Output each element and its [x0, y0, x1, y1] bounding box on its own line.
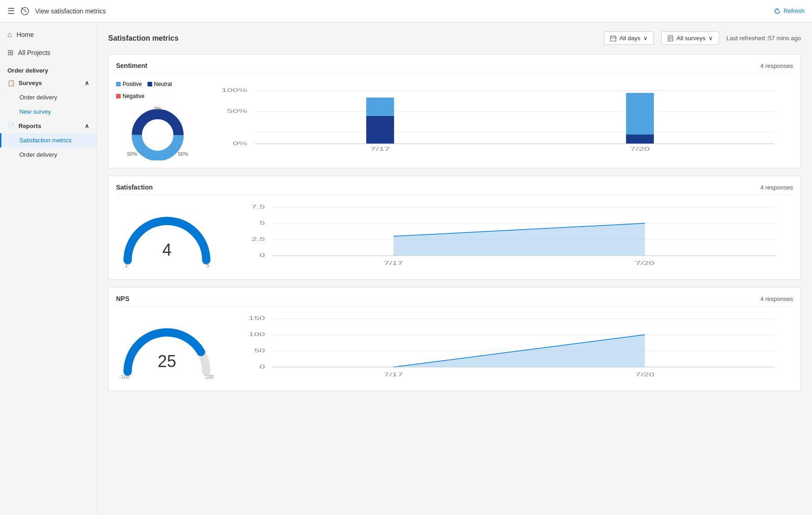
legend-negative: Negative	[116, 93, 144, 99]
sentiment-bar-svg: 100% 50% 0% 7/17 7/20	[218, 86, 793, 155]
satisfaction-gauge-svg: 4 1 5	[116, 207, 218, 267]
svg-text:0: 0	[259, 364, 265, 369]
nps-card-body: 25 -100 100 150	[116, 314, 793, 383]
svg-text:2.5: 2.5	[251, 236, 265, 242]
refresh-button[interactable]: Refresh	[774, 7, 805, 14]
nps-responses: 4 responses	[760, 295, 793, 302]
svg-rect-14	[366, 98, 394, 116]
sentiment-title: Sentiment	[116, 62, 148, 69]
sentiment-legend: Positive Neutral Negative	[116, 81, 199, 99]
svg-text:4: 4	[162, 240, 172, 259]
svg-text:-100: -100	[119, 374, 129, 379]
legend-positive: Positive	[116, 81, 142, 87]
menu-icon[interactable]: ☰	[7, 6, 15, 16]
svg-point-5	[142, 119, 173, 151]
donut-label-right: 50%	[178, 151, 188, 157]
svg-rect-15	[626, 135, 654, 144]
svg-text:0%: 0%	[233, 141, 247, 147]
svg-text:7/20: 7/20	[635, 260, 655, 266]
svg-text:5: 5	[206, 262, 209, 267]
svg-text:7/17: 7/17	[370, 146, 390, 152]
satisfaction-responses: 4 responses	[760, 184, 793, 191]
sidebar: ⌂ Home ⊞ All Projects Order delivery 📋 S…	[0, 22, 97, 515]
surveys-icon: 📋	[7, 80, 15, 86]
svg-text:100: 100	[249, 331, 265, 337]
legend-dot-positive	[116, 82, 121, 86]
svg-marker-31	[394, 223, 645, 256]
chevron-down-icon-2: ∨	[708, 35, 713, 42]
satisfaction-card-header: Satisfaction 4 responses	[116, 184, 793, 195]
nps-area-chart: 150 100 50 0 7/17 7/20	[236, 314, 793, 383]
sidebar-reports-group[interactable]: 📄 Reports ∧	[0, 119, 97, 133]
svg-text:25: 25	[158, 352, 176, 371]
content-header: Satisfaction metrics All days ∨ All surv…	[108, 31, 801, 45]
calendar-icon	[610, 35, 616, 42]
nps-card-header: NPS 4 responses	[116, 295, 793, 307]
sidebar-surveys-group[interactable]: 📋 Surveys ∧	[0, 76, 97, 90]
svg-rect-13	[366, 116, 394, 144]
satisfaction-card: Satisfaction 4 responses 4 1 5	[108, 176, 801, 280]
sidebar-item-order-delivery-survey[interactable]: Order delivery	[0, 90, 97, 104]
sentiment-donut: Positive Neutral Negative	[116, 81, 199, 160]
svg-text:1: 1	[125, 262, 128, 267]
nps-gauge-svg: 25 -100 100	[116, 319, 218, 379]
sentiment-card-header: Sentiment 4 responses	[116, 62, 793, 74]
page-title: Satisfaction metrics	[108, 34, 597, 43]
nps-title: NPS	[116, 295, 129, 302]
filter-all-surveys[interactable]: All surveys ∨	[661, 31, 719, 45]
svg-text:7/17: 7/17	[384, 372, 403, 377]
sidebar-item-satisfaction-metrics[interactable]: Satisfaction metrics	[0, 133, 97, 147]
svg-rect-1	[610, 36, 616, 41]
history-icon	[20, 6, 30, 16]
nps-card: NPS 4 responses 25 -100 100	[108, 287, 801, 391]
sentiment-bar-chart: 100% 50% 0% 7/17 7/20	[218, 86, 793, 155]
chevron-down-icon: ∨	[643, 35, 648, 42]
legend-neutral: Neutral	[148, 81, 172, 87]
reports-collapse-icon: ∧	[85, 123, 89, 129]
sidebar-item-order-delivery-report[interactable]: Order delivery	[0, 147, 97, 162]
last-refreshed: Last refreshed :57 mins ago	[726, 35, 801, 42]
donut-wrapper: 0% 50% 50%	[125, 105, 190, 160]
nps-area-svg: 150 100 50 0 7/17 7/20	[236, 314, 793, 383]
satisfaction-title: Satisfaction	[116, 184, 153, 191]
main-content: Satisfaction metrics All days ∨ All surv…	[97, 22, 812, 515]
svg-text:50: 50	[254, 348, 265, 353]
svg-text:7/17: 7/17	[384, 260, 403, 266]
home-icon: ⌂	[7, 31, 12, 39]
legend-dot-negative	[116, 94, 121, 98]
nps-gauge: 25 -100 100	[116, 319, 218, 379]
topbar-title: View satisfaction metrics	[35, 7, 106, 15]
legend-dot-neutral	[148, 82, 152, 86]
satisfaction-area-svg: 7.5 5 2.5 0 7/17 7/20	[236, 202, 793, 272]
svg-text:7.5: 7.5	[251, 204, 265, 209]
satisfaction-area-chart: 7.5 5 2.5 0 7/17 7/20	[236, 202, 793, 272]
svg-text:0: 0	[259, 252, 265, 258]
filter-all-days[interactable]: All days ∨	[604, 31, 654, 45]
svg-text:50%: 50%	[227, 108, 247, 114]
donut-label-left: 50%	[127, 151, 137, 157]
sidebar-item-home[interactable]: ⌂ Home	[0, 26, 97, 43]
svg-text:100%: 100%	[221, 87, 247, 93]
svg-text:150: 150	[249, 315, 265, 321]
svg-text:5: 5	[259, 220, 265, 226]
sentiment-responses: 4 responses	[760, 62, 793, 69]
sentiment-card: Sentiment 4 responses Positive Neutral	[108, 54, 801, 168]
topbar: ☰ View satisfaction metrics Refresh	[0, 0, 812, 22]
donut-label-top: 0%	[154, 106, 161, 111]
sentiment-card-body: Positive Neutral Negative	[116, 81, 793, 160]
svg-text:7/20: 7/20	[635, 372, 655, 377]
sidebar-section-order-delivery: Order delivery	[0, 61, 97, 76]
sidebar-item-new-survey[interactable]: New survey	[0, 104, 97, 119]
sidebar-item-all-projects[interactable]: ⊞ All Projects	[0, 43, 97, 61]
survey-icon	[667, 35, 674, 42]
reports-icon: 📄	[7, 123, 15, 129]
surveys-collapse-icon: ∧	[85, 80, 89, 86]
svg-text:100: 100	[205, 374, 214, 379]
svg-rect-16	[626, 93, 654, 135]
satisfaction-card-body: 4 1 5 7.5 5	[116, 202, 793, 272]
projects-icon: ⊞	[7, 48, 13, 57]
satisfaction-gauge: 4 1 5	[116, 207, 218, 267]
svg-text:7/20: 7/20	[630, 146, 650, 152]
